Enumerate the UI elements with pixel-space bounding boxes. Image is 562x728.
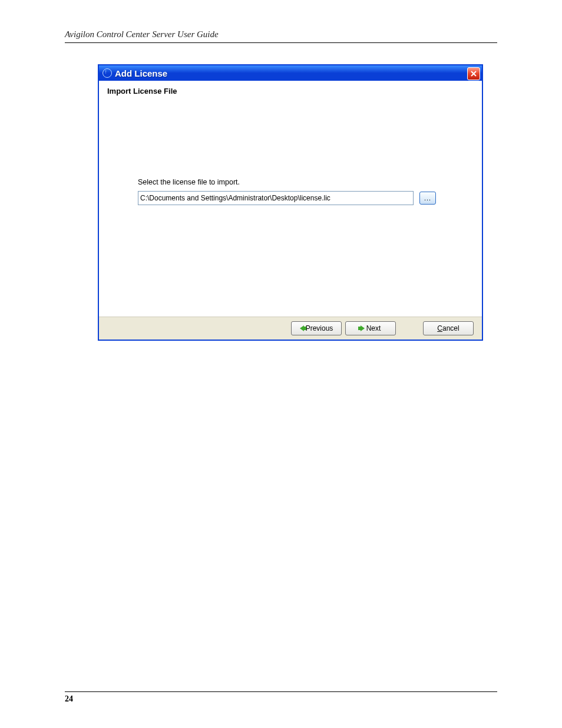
app-icon [103, 68, 112, 78]
cancel-label: Cancel [437, 324, 459, 332]
previous-button[interactable]: Previous [291, 321, 342, 335]
cancel-button[interactable]: Cancel [423, 321, 474, 335]
window-title: Add License [115, 68, 167, 78]
close-icon [470, 70, 477, 77]
document-header: Avigilon Control Center Server User Guid… [65, 29, 497, 43]
close-button[interactable] [467, 67, 480, 80]
arrow-left-icon [300, 325, 304, 331]
next-label: Next [366, 324, 381, 332]
next-button[interactable]: Next [345, 321, 396, 335]
instruction-text: Select the license file to import. [138, 178, 474, 186]
previous-label: Previous [306, 324, 333, 332]
add-license-dialog: Add License Import License File Select t… [98, 64, 483, 341]
button-bar: Previous Next Cancel [99, 317, 482, 340]
arrow-right-icon [361, 325, 365, 331]
section-title: Import License File [107, 87, 474, 95]
dialog-content: Import License File Select the license f… [99, 81, 482, 317]
file-path-input[interactable] [138, 191, 414, 205]
page-number: 24 [65, 691, 497, 704]
titlebar[interactable]: Add License [99, 65, 482, 81]
browse-button[interactable]: ... [419, 192, 436, 205]
